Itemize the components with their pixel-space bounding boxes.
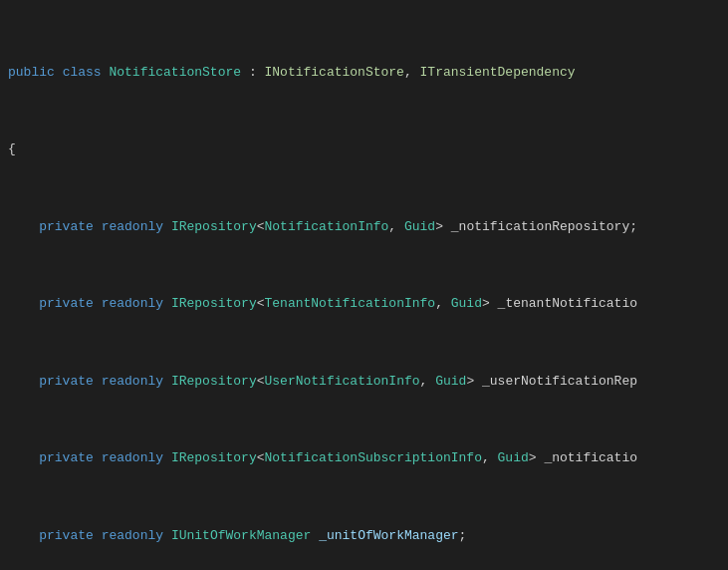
line-3: private readonly IRepository<Notificatio… [0, 217, 728, 236]
code-editor: public class NotificationStore : INotifi… [0, 0, 728, 570]
line-6: private readonly IRepository<Notificatio… [0, 448, 728, 467]
line-4: private readonly IRepository<TenantNotif… [0, 294, 728, 313]
line-1: public class NotificationStore : INotifi… [0, 63, 728, 82]
line-5: private readonly IRepository<UserNotific… [0, 372, 728, 391]
line-2: { [0, 140, 728, 158]
line-7: private readonly IUnitOfWorkManager _uni… [0, 526, 728, 545]
